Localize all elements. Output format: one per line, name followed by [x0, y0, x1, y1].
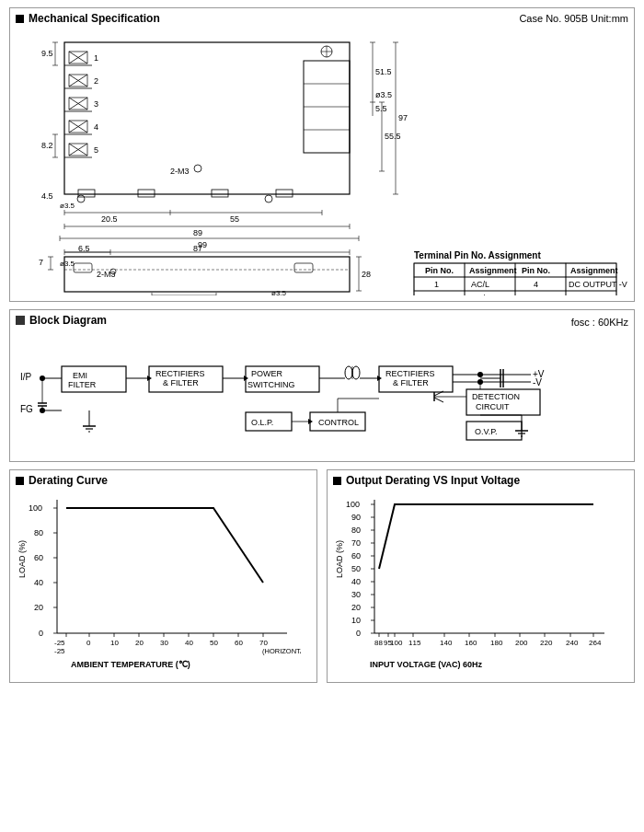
emi-filter-label2: FILTER	[68, 380, 97, 389]
oy-90: 90	[351, 513, 361, 522]
svg-point-40	[194, 165, 201, 172]
td-1-1: 1	[434, 280, 439, 289]
oy-50: 50	[351, 564, 361, 573]
dim-o3.5-side2: ø3.5	[271, 289, 287, 295]
x-50: 50	[210, 639, 218, 647]
olp-label: O.L.P.	[251, 418, 273, 427]
x-axis-label-output: INPUT VOLTAGE (VAC) 60Hz	[370, 660, 483, 669]
y-0: 0	[39, 629, 43, 638]
svg-rect-64	[294, 263, 313, 272]
dim-20.5: 20.5	[101, 214, 118, 224]
dim-89: 89	[193, 228, 202, 237]
output-derating-section: Output Derating VS Input Voltage 0 10 20…	[327, 469, 635, 683]
x-70: 70	[259, 639, 268, 647]
control-label: CONTROL	[318, 418, 359, 427]
power-switching-label2: SWITCHING	[247, 380, 295, 389]
td-2-3: 5	[534, 294, 538, 295]
block-diagram-section: Block Diagram fosc : 60KHz I/P EMI FILTE…	[9, 309, 635, 462]
y-40: 40	[34, 578, 43, 587]
block-diagram-title: Block Diagram	[16, 314, 107, 327]
ix-140: 140	[440, 639, 453, 647]
emi-filter-label: EMI	[73, 371, 87, 380]
svg-point-113	[352, 366, 360, 379]
y-80: 80	[34, 528, 43, 537]
svg-rect-97	[515, 291, 566, 295]
mech-drawings: 1 2 3 4 5	[16, 29, 628, 295]
case-info: Case No. 905B Unit:mm	[519, 13, 628, 24]
svg-rect-28	[78, 190, 95, 197]
x-n25-2: -25	[54, 647, 65, 655]
oy-40: 40	[351, 577, 361, 586]
pin4-label: 4	[94, 122, 98, 132]
td-2-1: 2	[434, 294, 439, 295]
derating-curve-svg: 0 20 40 60 80 100 LOAD (%) -25 -25	[16, 491, 301, 675]
oy-20: 20	[351, 603, 361, 612]
mechanical-spec-section: Mechanical Specification Case No. 905B U…	[9, 7, 635, 302]
ix-240: 240	[566, 639, 579, 647]
oy-0: 0	[356, 629, 361, 638]
dim-87: 87	[193, 244, 202, 253]
rect-filter2-label: RECTIFIERS	[385, 369, 435, 378]
dim-5.5: 5.5	[375, 104, 387, 113]
y-20: 20	[34, 603, 43, 612]
mech-title-text: Mechanical Specification	[29, 12, 160, 25]
dim-o3.5-top: ø3.5	[375, 90, 392, 99]
svg-point-120	[477, 372, 483, 377]
svg-rect-91	[414, 277, 465, 291]
terminal-title: Terminal Pin No. Assignment	[414, 250, 541, 260]
x-10: 10	[110, 639, 119, 647]
dim-7: 7	[39, 258, 43, 267]
fg-label: FG	[20, 404, 33, 414]
oy-100: 100	[346, 500, 360, 509]
td-1-3: 4	[534, 280, 538, 289]
x-0: 0	[86, 639, 91, 647]
minus-v-label: -V	[533, 377, 542, 387]
oy-80: 80	[351, 526, 361, 535]
dim-2m3: 2-M3	[170, 167, 190, 176]
oy-10: 10	[351, 616, 361, 625]
ix-200: 200	[515, 639, 528, 647]
output-derating-icon	[333, 477, 341, 485]
svg-rect-31	[276, 190, 293, 197]
derating-curve-section: Derating Curve 0 20 40 60 80 100	[9, 469, 317, 683]
y-axis-label: LOAD (%)	[17, 540, 27, 578]
oy-axis-label: LOAD (%)	[335, 540, 344, 578]
dim-51.5: 51.5	[375, 67, 392, 76]
svg-point-112	[345, 366, 352, 379]
derating-icon	[16, 477, 24, 485]
dim-6.5: 6.5	[78, 244, 90, 253]
output-derating-svg: 0 10 20 30 40 50 60 70 80 90 1	[333, 491, 618, 675]
svg-point-33	[265, 195, 272, 202]
oy-30: 30	[351, 590, 361, 599]
charts-row: Derating Curve 0 20 40 60 80 100	[9, 469, 635, 683]
ix-220: 220	[540, 639, 553, 647]
x-20: 20	[135, 639, 144, 647]
dim-4.5: 4.5	[41, 191, 53, 201]
dim-9.5: 9.5	[41, 49, 53, 58]
dim-28: 28	[362, 270, 371, 279]
ip-label: I/P	[20, 372, 32, 382]
oy-70: 70	[351, 538, 361, 548]
td-2-2: AC/N	[471, 294, 491, 295]
dim-8.2: 8.2	[41, 141, 53, 150]
pin3-label: 3	[94, 99, 98, 109]
mech-title-icon	[16, 15, 24, 23]
rect-filter2-label2: & FILTER	[393, 378, 429, 387]
svg-line-149	[434, 398, 443, 402]
pin5-label: 5	[94, 145, 98, 155]
x-axis-label-derating: AMBIENT TEMPERATURE (℃)	[71, 660, 190, 669]
td-1-2: AC/L	[471, 280, 489, 289]
svg-point-32	[77, 195, 85, 202]
ix-115: 115	[408, 639, 421, 647]
dim-55.5: 55.5	[385, 132, 401, 141]
ix-160: 160	[465, 639, 477, 647]
detection-label: DETECTION	[472, 392, 520, 401]
ix-264: 264	[589, 639, 602, 647]
ix-180: 180	[490, 639, 503, 647]
fosc-label: fosc : 60KHz	[571, 317, 628, 328]
ix-100: 100	[390, 639, 403, 647]
oy-60: 60	[351, 551, 361, 560]
ix-88: 88	[374, 639, 383, 647]
svg-rect-95	[414, 291, 465, 295]
rect-filter-label2: & FILTER	[163, 378, 199, 387]
